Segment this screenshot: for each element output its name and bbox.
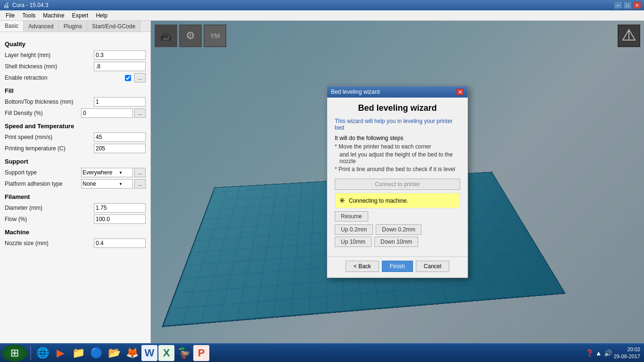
large-adjust-button-row: Up 10mm Down 10mm [335,237,460,247]
taskbar-cyberduck-icon[interactable]: 🦆 [175,345,192,362]
retraction-dots-button[interactable]: ... [134,73,146,82]
finish-button[interactable]: Finish [382,261,413,272]
chevron-up-sys-icon[interactable]: ▲ [595,349,602,357]
fill-section-header: Fill [5,87,146,94]
taskbar-ie-icon[interactable]: 🌐 [34,345,51,362]
layer-height-input[interactable] [94,50,146,60]
start-button[interactable]: ⊞ [2,345,27,362]
menu-file[interactable]: File [2,11,18,20]
taskbar-word-icon[interactable]: W [141,345,157,361]
taskbar-powerpoint-icon[interactable]: P [193,345,209,361]
taskbar-right: ❓ ▲ 🔊 20:02 29-08-2017 [586,346,644,361]
bed-leveling-dialog: Bed leveling wizard ✕ Bed leveling wizar… [327,86,468,278]
print-speed-label: Print speed (mm/s) [5,134,94,140]
resume-button[interactable]: Resume [335,211,368,222]
start-icon: ⊞ [10,347,19,359]
tab-startend[interactable]: Start/End-GCode [87,21,140,32]
nozzle-size-label: Nozzle size (mm) [5,240,94,247]
taskbar-media-icon[interactable]: ▶ [52,345,69,362]
taskbar-sys-icons: ❓ ▲ 🔊 [586,349,612,357]
dialog-steps-intro: It will do the following steps [335,135,460,141]
back-button[interactable]: < Back [346,261,379,272]
status-text: Connecting to machine. [349,197,408,204]
up-10mm-button[interactable]: Up 10mm [335,237,372,247]
shell-thickness-input[interactable] [94,62,146,71]
clock-date: 29-08-2017 [614,353,640,360]
speaker-sys-icon[interactable]: 🔊 [604,349,612,357]
taskbar-explorer-icon[interactable]: 📁 [70,345,87,362]
dialog-step-2: and let you adjust the height of the bed… [339,151,460,165]
taskbar-firefox-icon[interactable]: 🦊 [124,345,140,362]
minimize-button[interactable]: ─ [614,1,622,9]
connect-to-printer-button[interactable]: Connect to printer [335,179,460,190]
flow-input[interactable] [94,214,146,224]
menu-machine[interactable]: Machine [39,11,68,20]
diameter-label: Diameter (mm) [5,205,94,211]
small-adjust-button-row: Up 0.2mm Down 0.2mm [335,224,460,235]
dialog-titlebar: Bed leveling wizard ✕ [327,86,468,98]
dialog-action-buttons: < Back Finish Cancel [327,256,468,278]
down-02mm-button[interactable]: Down 0.2mm [376,224,421,235]
resume-button-row: Resume [335,211,460,222]
left-panel: Basic Advanced Plugins Start/End-GCode Q… [0,21,151,343]
tab-basic[interactable]: Basic [0,21,24,32]
dialog-step-1: * Move the printer head to each corner [335,143,460,150]
dialog-main-title: Bed leveling wizard [335,103,460,113]
taskbar-files-icon[interactable]: 📂 [106,345,123,362]
help-sys-icon[interactable]: ❓ [586,349,594,357]
tab-plugins[interactable]: Plugins [59,21,87,32]
print-temp-input[interactable] [94,144,146,153]
taskbar-chrome-icon[interactable]: 🔵 [88,345,105,362]
titlebar-left: 🖨 Cura - 15.04.3 [3,1,49,9]
nozzle-size-input[interactable] [94,239,146,248]
print-temp-row: Printing temperature (C) [5,144,146,153]
dialog-subtitle: This wizard will help you in leveling yo… [335,118,460,131]
down-10mm-button[interactable]: Down 10mm [374,237,418,247]
support-type-select[interactable]: Everywhere Touching buildplate None [81,168,133,177]
diameter-input[interactable] [94,203,146,213]
maximize-button[interactable]: □ [623,1,632,9]
retraction-checkbox[interactable] [125,75,131,81]
dialog-step-3: * Print a line around the bed to check i… [335,166,460,173]
taskbar: ⊞ 🌐 ▶ 📁 🔵 📂 🦊 W X 🦆 P ❓ ▲ 🔊 20:02 29-08-… [0,343,644,362]
flow-row: Flow (%) [5,214,146,224]
flow-label: Flow (%) [5,216,94,222]
fill-density-row: Fill Density (%) ... [5,108,146,118]
support-type-dots-button[interactable]: ... [134,168,146,177]
taskbar-excel-icon[interactable]: X [158,345,174,361]
fill-density-input[interactable] [81,108,133,118]
right-panel: ⚙ YM Bed leveling wizard [151,21,644,343]
menu-help[interactable]: Help [92,11,111,20]
support-section-header: Support [5,158,146,165]
up-02mm-button[interactable]: Up 0.2mm [335,224,373,235]
platform-adhesion-label: Platform adhesion type [5,181,81,187]
print-speed-input[interactable] [94,132,146,142]
platform-adhesion-dots-button[interactable]: ... [134,179,146,189]
app-icon: 🖨 [3,1,9,9]
status-bar: ✳ Connecting to machine. [335,193,460,208]
diameter-row: Diameter (mm) [5,203,146,213]
dialog-title-bar-text: Bed leveling wizard [331,89,380,95]
layer-height-label: Layer height (mm) [5,52,94,58]
menu-tools[interactable]: Tools [18,11,39,20]
main-content: Basic Advanced Plugins Start/End-GCode Q… [0,21,644,343]
cancel-button[interactable]: Cancel [416,261,449,272]
modal-overlay: Bed leveling wizard ✕ Bed leveling wizar… [151,21,644,343]
bottomtop-input[interactable] [94,97,146,107]
menu-expert[interactable]: Expert [68,11,92,20]
machine-section-header: Machine [5,229,146,236]
fill-density-label: Fill Density (%) [5,110,81,116]
connecting-spinner-icon: ✳ [339,196,345,205]
taskbar-clock: 20:02 29-08-2017 [614,346,640,361]
dialog-content: Bed leveling wizard This wizard will hel… [327,98,468,253]
print-speed-row: Print speed (mm/s) [5,132,146,142]
3d-view: ⚙ YM Bed leveling wizard [151,21,644,343]
retraction-label: Enable retraction [5,74,125,81]
fill-density-dots-button[interactable]: ... [134,108,146,118]
close-button[interactable]: ✕ [633,1,641,9]
tab-advanced[interactable]: Advanced [24,21,58,32]
dialog-close-button[interactable]: ✕ [456,89,464,95]
platform-adhesion-select[interactable]: None Brim Raft [81,179,133,189]
clock-time: 20:02 [614,346,640,353]
taskbar-pinned-icons: 🌐 ▶ 📁 🔵 📂 🦊 W X 🦆 P [32,345,211,362]
